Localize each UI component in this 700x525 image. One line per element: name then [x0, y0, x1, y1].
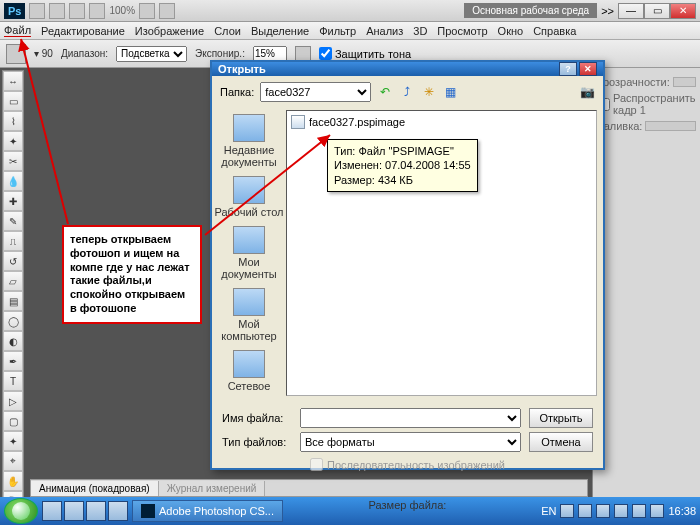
file-tooltip: Тип: Файл "PSPIMAGE" Изменен: 07.04.2008… — [327, 139, 478, 192]
titlebar-icon[interactable] — [89, 3, 105, 19]
menu-select[interactable]: Выделение — [251, 25, 309, 37]
stamp-tool[interactable]: ⎍ — [3, 231, 23, 251]
heal-tool[interactable]: ✚ — [3, 191, 23, 211]
start-button[interactable] — [4, 498, 38, 524]
workspace-selector[interactable]: Основная рабочая среда — [464, 3, 597, 18]
folder-label: Папка: — [220, 86, 254, 98]
cancel-button[interactable]: Отмена — [529, 432, 593, 452]
menu-filter[interactable]: Фильтр — [319, 25, 356, 37]
sequence-checkbox — [310, 458, 323, 471]
places-bar: Недавние документы Рабочий стол Мои доку… — [212, 108, 286, 398]
dialog-title: Открыть — [218, 63, 266, 75]
workspace-chevrons[interactable]: >> — [601, 5, 614, 17]
minimize-button[interactable]: — — [618, 3, 644, 19]
sequence-label: Последовательность изображений — [327, 459, 505, 471]
tray-icon[interactable] — [650, 504, 664, 518]
opacity-label: прозрачности: — [597, 76, 670, 88]
main-menubar: Файл Редактирование Изображение Слои Выд… — [0, 22, 700, 40]
exposure-label: Экспонир.: — [195, 48, 245, 59]
filetype-label: Тип файлов: — [222, 436, 292, 448]
hand-tool[interactable]: ✋ — [3, 471, 23, 491]
file-item[interactable]: face0327.pspimage — [291, 115, 592, 129]
file-icon — [291, 115, 305, 129]
dialog-help-button[interactable]: ? — [559, 62, 577, 76]
titlebar-icon[interactable] — [139, 3, 155, 19]
file-size-label: Размер файла: — [222, 499, 593, 511]
range-select[interactable]: Подсветка — [116, 46, 187, 62]
app-titlebar: Ps 100% Основная рабочая среда >> — ▭ ✕ — [0, 0, 700, 22]
brush-tool[interactable]: ✎ — [3, 211, 23, 231]
history-brush-tool[interactable]: ↺ — [3, 251, 23, 271]
place-recent[interactable]: Недавние документы — [212, 114, 286, 168]
dodge-tool[interactable]: ◐ — [3, 331, 23, 351]
menu-analysis[interactable]: Анализ — [366, 25, 403, 37]
views-icon[interactable]: ▦ — [443, 84, 459, 100]
up-icon[interactable]: ⤴ — [399, 84, 415, 100]
filename-label: Имя файла: — [222, 412, 292, 424]
menu-layers[interactable]: Слои — [214, 25, 241, 37]
menu-3d[interactable]: 3D — [413, 25, 427, 37]
quicklaunch-icon[interactable] — [108, 501, 128, 521]
3d-camera-tool[interactable]: ⌖ — [3, 451, 23, 471]
menu-view[interactable]: Просмотр — [437, 25, 487, 37]
menu-window[interactable]: Окно — [498, 25, 524, 37]
titlebar-icon[interactable] — [29, 3, 45, 19]
filename-input[interactable] — [300, 408, 521, 428]
lasso-tool[interactable]: ⌇ — [3, 111, 23, 131]
quicklaunch-icon[interactable] — [42, 501, 62, 521]
maximize-button[interactable]: ▭ — [644, 3, 670, 19]
crop-tool[interactable]: ✂ — [3, 151, 23, 171]
dialog-titlebar[interactable]: Открыть ? ✕ — [212, 62, 603, 76]
menu-edit[interactable]: Редактирование — [41, 25, 125, 37]
folder-select[interactable]: face0327 — [260, 82, 370, 102]
eyedropper-tool[interactable]: 💧 — [3, 171, 23, 191]
quick-launch — [42, 501, 128, 521]
eraser-tool[interactable]: ▱ — [3, 271, 23, 291]
zoom-level[interactable]: 100% — [109, 5, 135, 16]
fill-slider[interactable] — [645, 121, 696, 131]
filetype-select[interactable]: Все форматы — [300, 432, 521, 452]
opacity-slider[interactable] — [673, 77, 696, 87]
quicklaunch-icon[interactable] — [64, 501, 84, 521]
camera-icon[interactable]: 📷 — [579, 84, 595, 100]
close-button[interactable]: ✕ — [670, 3, 696, 19]
blur-tool[interactable]: ◯ — [3, 311, 23, 331]
wand-tool[interactable]: ✦ — [3, 131, 23, 151]
marquee-tool[interactable]: ▭ — [3, 91, 23, 111]
place-desktop[interactable]: Рабочий стол — [214, 176, 283, 218]
place-computer[interactable]: Мой компьютер — [212, 288, 286, 342]
window-controls: — ▭ ✕ — [618, 3, 696, 19]
back-icon[interactable]: ↶ — [377, 84, 393, 100]
place-documents[interactable]: Мои документы — [212, 226, 286, 280]
clock[interactable]: 16:38 — [668, 505, 696, 517]
protect-tones-checkbox[interactable]: Защитить тона — [319, 47, 411, 60]
move-tool[interactable]: ↔ — [3, 71, 23, 91]
tab-animation[interactable]: Анимация (покадровая) — [31, 481, 159, 496]
tool-preset-icon[interactable] — [6, 44, 26, 64]
tray-icon[interactable] — [632, 504, 646, 518]
gradient-tool[interactable]: ▤ — [3, 291, 23, 311]
dialog-close-button[interactable]: ✕ — [579, 62, 597, 76]
menu-image[interactable]: Изображение — [135, 25, 204, 37]
3d-tool[interactable]: ✦ — [3, 431, 23, 451]
menu-file[interactable]: Файл — [4, 24, 31, 37]
menu-help[interactable]: Справка — [533, 25, 576, 37]
newfolder-icon[interactable]: ✳ — [421, 84, 437, 100]
tray-icon[interactable] — [614, 504, 628, 518]
titlebar-icon[interactable] — [49, 3, 65, 19]
titlebar-icon[interactable] — [69, 3, 85, 19]
place-network[interactable]: Сетевое — [228, 350, 271, 392]
titlebar-icon[interactable] — [159, 3, 175, 19]
file-list[interactable]: face0327.pspimage Тип: Файл "PSPIMAGE" И… — [286, 110, 597, 396]
app-icon — [141, 504, 155, 518]
open-dialog: Открыть ? ✕ Папка: face0327 ↶ ⤴ ✳ ▦ 📷 Не… — [210, 60, 605, 470]
right-panel: прозрачности: Распространить кадр 1 Зали… — [592, 68, 700, 497]
toolbox: ↔ ▭ ⌇ ✦ ✂ 💧 ✚ ✎ ⎍ ↺ ▱ ▤ ◯ ◐ ✒ T ▷ ▢ ✦ ⌖ … — [2, 70, 24, 525]
pen-tool[interactable]: ✒ — [3, 351, 23, 371]
range-label: Диапазон: — [61, 48, 108, 59]
type-tool[interactable]: T — [3, 371, 23, 391]
quicklaunch-icon[interactable] — [86, 501, 106, 521]
open-button[interactable]: Открыть — [529, 408, 593, 428]
path-tool[interactable]: ▷ — [3, 391, 23, 411]
shape-tool[interactable]: ▢ — [3, 411, 23, 431]
